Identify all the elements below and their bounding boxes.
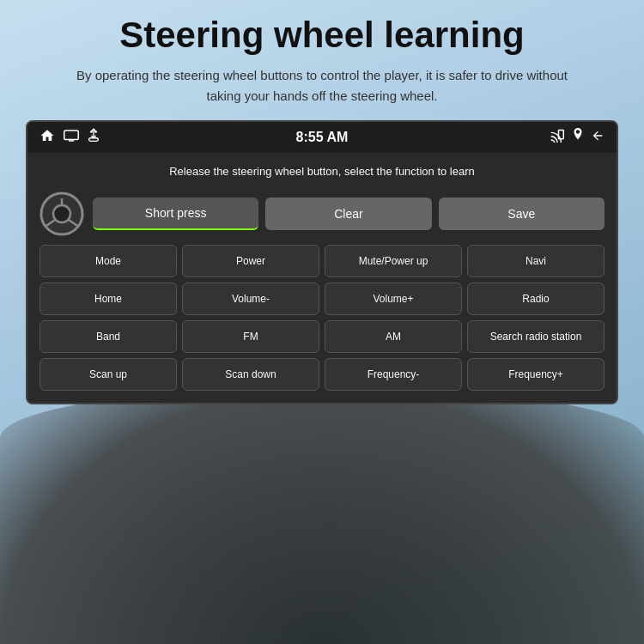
save-button[interactable]: Save: [439, 197, 605, 230]
short-press-button[interactable]: Short press: [93, 197, 258, 230]
function-button-volume-[interactable]: Volume+: [325, 283, 462, 315]
main-panel: Release the steering wheel button, selec…: [27, 153, 617, 403]
function-button-radio[interactable]: Radio: [467, 283, 605, 315]
function-button-band[interactable]: Band: [39, 320, 177, 353]
location-icon: [572, 128, 584, 147]
function-button-mode[interactable]: Mode: [39, 245, 177, 277]
steering-wheel-bg: [0, 386, 644, 644]
screen-icon: [64, 130, 79, 145]
page-subtitle: By operating the steering wheel buttons …: [73, 65, 571, 106]
action-row: Short press Clear Save: [39, 191, 605, 236]
function-button-home[interactable]: Home: [39, 283, 177, 315]
page-content: Steering wheel learning By operating the…: [0, 0, 644, 404]
status-time: 8:55 AM: [296, 130, 349, 145]
svg-point-9: [53, 205, 70, 222]
function-button-scan-down[interactable]: Scan down: [182, 358, 319, 391]
back-icon[interactable]: [591, 129, 605, 146]
function-button-volume-[interactable]: Volume-: [182, 283, 319, 315]
action-buttons-group: Short press Clear Save: [93, 197, 605, 230]
function-button-fm[interactable]: FM: [182, 320, 319, 353]
function-button-frequency-[interactable]: Frequency+: [467, 358, 605, 391]
usb-icon: [88, 128, 100, 147]
page-title: Steering wheel learning: [119, 15, 524, 55]
function-button-am[interactable]: AM: [325, 320, 462, 353]
function-grid: ModePowerMute/Power upNaviHomeVolume-Vol…: [39, 245, 605, 391]
function-button-power[interactable]: Power: [182, 245, 319, 277]
home-icon: [39, 128, 55, 147]
function-button-search-radio-station[interactable]: Search radio station: [467, 320, 605, 353]
svg-rect-0: [64, 131, 79, 140]
status-bar: 8:55 AM: [27, 122, 617, 153]
function-button-navi[interactable]: Navi: [467, 245, 605, 277]
clear-button[interactable]: Clear: [265, 197, 431, 230]
status-icons-left: [39, 128, 100, 147]
function-button-mute-power-up[interactable]: Mute/Power up: [325, 245, 462, 277]
function-button-frequency-[interactable]: Frequency-: [325, 358, 462, 391]
cast-icon: [550, 129, 565, 146]
instruction-text: Release the steering wheel button, selec…: [39, 161, 605, 181]
device-screen: 8:55 AM: [26, 120, 618, 404]
steering-wheel-icon: [39, 191, 84, 236]
status-icons-right: [550, 128, 605, 147]
function-button-scan-up[interactable]: Scan up: [39, 358, 177, 391]
